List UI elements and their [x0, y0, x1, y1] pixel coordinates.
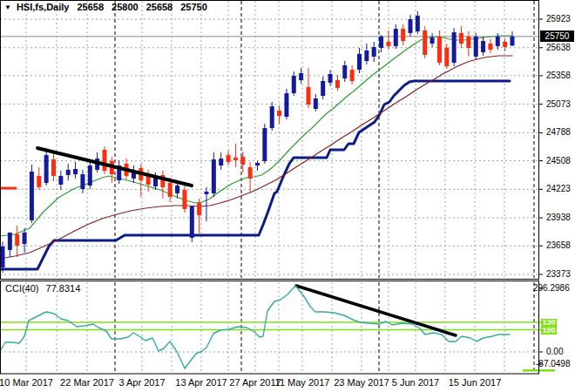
candle-body — [335, 80, 340, 88]
candle-body — [481, 41, 485, 52]
indicator-name: CCI(40) — [5, 283, 39, 294]
price-label: 25358 — [546, 71, 571, 81]
candle-body — [227, 155, 231, 162]
candle-body — [168, 183, 172, 197]
candle-body — [503, 42, 507, 47]
candle-body — [372, 47, 376, 57]
candle-body — [401, 29, 405, 41]
candle-body — [364, 51, 369, 61]
candle-body — [37, 176, 41, 187]
mt4-chart-window: ▼ HSI,fs,Daily 25658 25800 25658 25750 C… — [0, 0, 575, 392]
candle-body — [488, 44, 492, 50]
price-label: 23373 — [546, 269, 571, 280]
main-pane-border — [1, 1, 539, 280]
candle-body — [88, 166, 92, 186]
candle-body — [306, 87, 310, 105]
candle-body — [430, 37, 435, 44]
candle-body — [73, 169, 78, 174]
date-label: 11 May 2017 — [275, 377, 330, 388]
candle-body — [204, 192, 208, 194]
price-label: 24223 — [546, 184, 571, 194]
candle-body — [292, 76, 296, 93]
candle-body — [30, 172, 34, 220]
candle-body — [328, 74, 333, 83]
price-label: 25923 — [546, 14, 571, 24]
indicator-title: CCI(40) 77.8314 — [5, 283, 80, 294]
date-label: 10 Mar 2017 — [0, 377, 53, 388]
candle-body — [379, 37, 383, 48]
price-label: 25638 — [546, 43, 571, 53]
price-label: 23658 — [546, 240, 571, 251]
price-label: 24788 — [546, 127, 571, 138]
candle-body — [321, 81, 325, 96]
candle-body — [248, 167, 253, 179]
candle-body — [212, 159, 216, 193]
trendline-cci — [296, 286, 456, 335]
candle-body — [58, 176, 63, 185]
candle-body — [15, 234, 19, 246]
candle-body — [408, 19, 412, 33]
candle-body — [190, 206, 194, 238]
chart-canvas[interactable] — [0, 0, 575, 392]
date-label: 22 Mar 2017 — [60, 377, 114, 388]
cci-pane-border — [1, 281, 539, 375]
candle-body — [284, 93, 288, 117]
cci-axis-label: 296.2986 — [533, 283, 570, 294]
open-value: 25658 — [77, 2, 104, 12]
date-label: 5 Jun 2017 — [392, 377, 439, 388]
candle-body — [474, 37, 478, 57]
candle-body — [44, 155, 49, 183]
price-label: 25073 — [546, 99, 571, 110]
candle-body — [23, 233, 27, 244]
high-value: 25800 — [112, 2, 139, 12]
indicator-value: 77.8314 — [46, 283, 81, 294]
close-value: 25750 — [180, 2, 207, 12]
candle-body — [496, 37, 500, 46]
candle-body — [394, 29, 398, 46]
candle-body — [219, 159, 223, 166]
date-label: 27 Apr 2017 — [229, 377, 281, 388]
candle-body — [299, 73, 303, 80]
date-label: 13 Apr 2017 — [175, 377, 227, 388]
candle-body — [240, 157, 245, 165]
candle-body — [153, 178, 158, 186]
candle-body — [342, 65, 347, 78]
candle-body — [102, 150, 106, 171]
candle-body — [255, 163, 260, 166]
candle-body — [314, 98, 318, 109]
candle-body — [510, 37, 514, 46]
candle-body — [357, 54, 362, 70]
fast-ma-line — [0, 36, 512, 236]
candle-body — [466, 37, 470, 48]
cci-level-badge-100: 100 — [541, 327, 557, 335]
symbol-label: HSI,fs,Daily — [17, 2, 70, 12]
candle-body — [459, 33, 463, 44]
date-label: 15 Jun 2017 — [449, 377, 502, 388]
candle-body — [416, 16, 420, 31]
candle-body — [175, 186, 179, 193]
low-value: 25658 — [146, 2, 173, 12]
chevron-down-icon[interactable]: ▼ — [4, 3, 11, 12]
price-label: 23938 — [546, 213, 571, 223]
chart-title: ▼ HSI,fs,Daily 25658 25800 25658 25750 — [4, 2, 207, 12]
candle-body — [423, 30, 427, 55]
candle-body — [277, 111, 281, 116]
candle-body — [182, 190, 186, 209]
date-label: 23 May 2017 — [334, 377, 389, 388]
cci-axis-label: 0.00 — [546, 347, 563, 357]
candle-body — [452, 32, 457, 63]
price-label: 24508 — [546, 156, 571, 166]
candle-body — [386, 42, 390, 46]
candle-body — [80, 174, 85, 189]
candle-body — [350, 70, 355, 81]
candle-body — [437, 37, 442, 63]
candle-body — [1, 247, 5, 267]
candle-body — [262, 128, 267, 161]
candle-body — [197, 203, 201, 215]
candle-body — [233, 158, 238, 160]
candle-body — [444, 48, 449, 66]
date-label: 3 Apr 2017 — [118, 377, 165, 388]
candle-body — [51, 159, 56, 176]
cci-axis-label: -87.0498 — [536, 359, 570, 369]
current-price-badge: 25750 — [540, 30, 574, 42]
